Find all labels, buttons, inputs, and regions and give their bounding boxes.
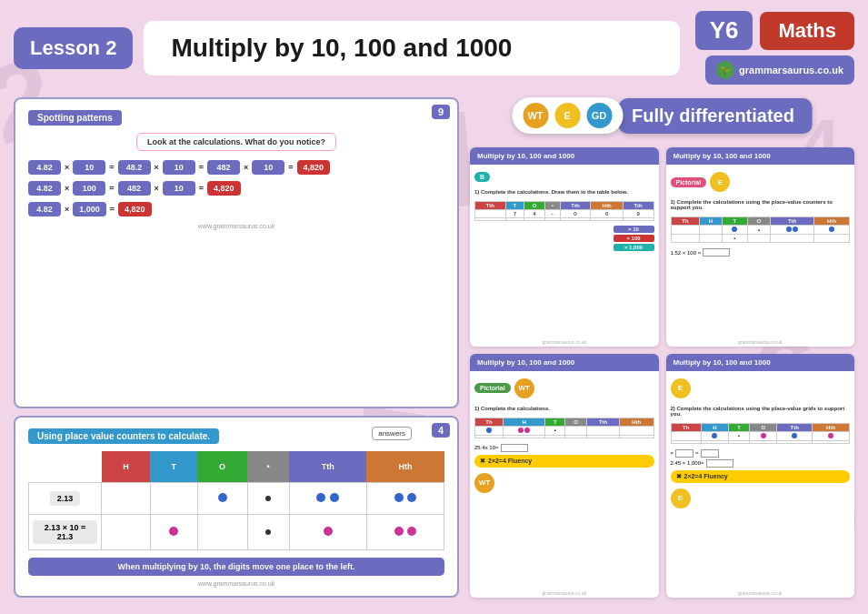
col-t: T — [150, 451, 197, 483]
circle-e: E — [553, 101, 582, 130]
grammar-badge: 🦖 grammarsaurus.co.uk — [705, 55, 854, 85]
fully-differentiated-banner: WT E GD Fully differentiated — [512, 97, 813, 134]
ws2-table: Th H T O Tth Hth — [671, 216, 851, 243]
grammar-logo: 🦖 — [716, 61, 734, 79]
worksheet-card-1: Multiply by 10, 100 and 1000 B 1) Comple… — [470, 147, 659, 347]
ws3-ans-1: 25.4x 10= — [474, 444, 654, 452]
grammar-url: grammarsaurus.co.uk — [739, 65, 843, 75]
ws1-mult-2: × 100 — [614, 235, 654, 242]
ws3-row1: • — [475, 426, 654, 435]
ws2-question: 1) Complete the calculations using the p… — [671, 199, 851, 210]
slide2-title: Using place value counters to calculate. — [28, 428, 219, 444]
num-4820a: 4,820 — [297, 160, 331, 175]
slide1-question: Look at the calculations. What do you no… — [136, 133, 336, 151]
ws2-blank-1[interactable] — [703, 248, 730, 257]
ws3-circle-wt: WT — [514, 378, 534, 398]
content-row: 9 Spotting patterns Look at the calculat… — [14, 97, 854, 598]
ws1-table-row1: 7 4 - 0 0 9 — [475, 210, 654, 218]
col-tth: Tth — [289, 451, 366, 483]
ws2-ans-1: 1.52 × 100 = — [671, 248, 851, 257]
ws3-badge-row: Pictorial WT — [474, 378, 654, 398]
col-o: O — [197, 451, 247, 483]
num-10d: 10 — [163, 181, 195, 196]
dot-blue-4 — [394, 493, 404, 502]
main-container: Lesson 2 Multiply by 10, 100 and 1000 Y6… — [0, 0, 868, 614]
ws1-badge-row: B — [474, 172, 654, 182]
ws4-body: E 2) Complete the calculations using the… — [666, 371, 855, 589]
ws1-col-dot: • — [544, 202, 560, 210]
pv-value-2: 2.13 × 10 = 21.3 — [33, 520, 97, 544]
num-1000a: 1,000 — [73, 202, 106, 216]
dot-blue-1 — [218, 493, 227, 502]
ws1-col-tth: Tth — [560, 202, 591, 210]
ws3-badge-pictorial: Pictorial — [474, 383, 511, 393]
slide2-footer: www.grammarsaurus.co.uk — [28, 580, 444, 587]
ws3-row2 — [475, 435, 654, 438]
num-10b: 10 — [163, 160, 195, 175]
ws1-col-o: O — [524, 202, 545, 210]
ws1-header: Multiply by 10, 100 and 1000 — [470, 147, 659, 165]
top-badges: Y6 Maths — [695, 11, 854, 50]
diff-circles: WT E GD — [512, 97, 623, 134]
ws4-blank-2[interactable] — [701, 449, 719, 458]
ws2-footer: grammarsaurus.co.uk — [666, 337, 855, 347]
num-482a: 4.82 — [28, 160, 61, 175]
num-482b: 48.2 — [118, 160, 151, 175]
ws4-ans-1: × = — [671, 449, 851, 458]
slide-number-2: 4 — [432, 423, 450, 438]
dot-bullet-2 — [265, 529, 271, 535]
ws1-col-hth2: Tth — [623, 202, 653, 210]
slide-place-value: 4 Using place value counters to calculat… — [14, 416, 459, 599]
ws4-answers: × = 2.45 × 1,000= — [671, 449, 851, 468]
ws3-answers: 25.4x 10= — [474, 444, 654, 452]
col-h: H — [102, 451, 151, 483]
dot-pink-4 — [407, 527, 416, 536]
ws1-badge: B — [474, 172, 490, 182]
ws4-blank-1[interactable] — [675, 449, 693, 458]
pv-row-1: 2.13 — [29, 483, 444, 515]
page-title: Multiply by 10, 100 and 1000 — [171, 34, 653, 63]
ws2-answers: 1.52 × 100 = — [671, 248, 851, 257]
ws3-question: 1) Complete the calculations. — [474, 406, 654, 411]
fluency-icon: ✖ — [480, 458, 485, 465]
dot-blue-5 — [407, 493, 416, 502]
ws4-blank-3[interactable] — [706, 459, 733, 468]
left-panel: 9 Spotting patterns Look at the calculat… — [14, 97, 459, 598]
dot-pink-2 — [324, 527, 333, 536]
pv-row-2: 2.13 × 10 = 21.3 — [29, 515, 444, 550]
slide-spotting-patterns: 9 Spotting patterns Look at the calculat… — [14, 97, 459, 408]
ws2-body: Pictorial E 1) Complete the calculations… — [666, 165, 855, 337]
slide-number-1: 9 — [432, 105, 450, 119]
ws2-badge-pictorial: Pictorial — [671, 177, 707, 187]
col-dot: • — [247, 451, 289, 483]
calc-row-2: 4.82 × 100 = 482 × 10 = 4,820 — [28, 181, 444, 196]
ws4-circle-e-2: E — [671, 488, 691, 508]
ws1-multipliers: × 10 × 100 × 1,000 — [474, 226, 654, 251]
title-box: Multiply by 10, 100 and 1000 — [144, 21, 680, 75]
worksheet-card-4: Multiply by 10, 100 and 1000 E 2) Comple… — [666, 354, 855, 599]
fluency-icon-2: ✖ — [676, 473, 682, 480]
ws4-fluency: ✖ 2×2=4 Fluency — [671, 470, 851, 483]
ws2-row1: • — [671, 226, 850, 235]
num-4820c: 4,820 — [118, 202, 152, 216]
num-10a: 10 — [73, 160, 105, 175]
ws2-header: Multiply by 10, 100 and 1000 — [666, 147, 855, 165]
right-panel: WT E GD Fully differentiated Multiply by… — [470, 97, 854, 598]
fully-differentiated-label: Fully differentiated — [618, 98, 813, 134]
dot-bullet-1 — [265, 496, 271, 501]
num-482c: 482 — [207, 160, 240, 175]
ws4-table: Th H T O Tth Hth — [671, 423, 851, 444]
ws2-circle-e: E — [710, 172, 730, 192]
answers-button[interactable]: answers — [372, 427, 412, 440]
dot-blue-3 — [330, 493, 339, 502]
worksheet-card-3: Multiply by 10, 100 and 1000 Pictorial W… — [470, 354, 659, 599]
num-10c: 10 — [252, 160, 284, 175]
ws3-footer: grammarsaurus.co.uk — [470, 589, 659, 598]
ws3-blank-1[interactable] — [501, 444, 528, 452]
ws2-row2: • — [671, 235, 850, 243]
calc-row-3: 4.82 × 1,000 = 4,820 — [28, 202, 444, 216]
header-row: Lesson 2 Multiply by 10, 100 and 1000 Y6… — [14, 11, 854, 85]
slide1-title: Spotting patterns — [28, 110, 122, 126]
ws4-label-2: 2.45 × 1,000= — [671, 460, 704, 466]
header-right: Y6 Maths 🦖 grammarsaurus.co.uk — [691, 11, 854, 85]
